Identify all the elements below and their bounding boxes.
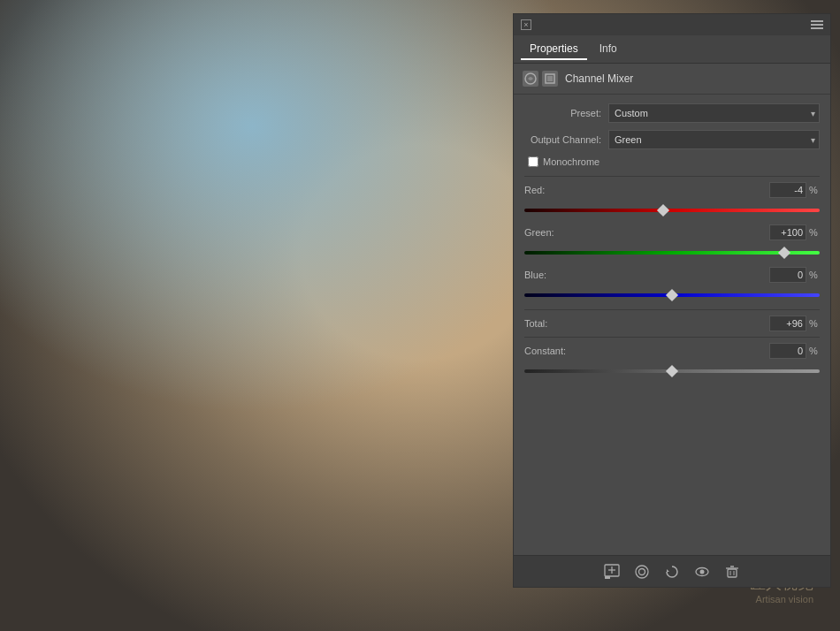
- svg-marker-12: [667, 569, 669, 572]
- footer-eye-icon[interactable]: [692, 562, 712, 582]
- monochrome-row: Monochrome: [524, 156, 820, 167]
- red-slider-section: Red: -4 %: [524, 182, 820, 219]
- green-slider-track[interactable]: [524, 251, 820, 255]
- footer-visibility-icon[interactable]: [632, 562, 652, 582]
- footer-delete-icon[interactable]: [722, 562, 742, 582]
- red-slider-track-container[interactable]: [524, 201, 820, 219]
- panel-content: Preset: Custom Output Channel: Green Mon…: [514, 95, 830, 555]
- blue-pct: %: [809, 270, 820, 280]
- red-pct: %: [809, 185, 820, 195]
- divider-1: [524, 176, 820, 177]
- svg-point-10: [636, 566, 648, 578]
- header-icons: [523, 71, 558, 87]
- red-value-area: -4 %: [769, 182, 820, 198]
- preset-select[interactable]: Custom: [608, 103, 820, 123]
- svg-rect-15: [728, 569, 737, 577]
- tab-info[interactable]: Info: [591, 39, 626, 60]
- total-pct: %: [809, 318, 820, 329]
- green-slider-track-container[interactable]: [524, 244, 820, 262]
- red-label: Red:: [524, 185, 573, 195]
- panel-title: Channel Mixer: [565, 72, 633, 85]
- adjustment-icon: [523, 71, 538, 87]
- green-value-box[interactable]: +100: [769, 224, 806, 240]
- red-slider-header: Red: -4 %: [524, 182, 820, 198]
- green-pct: %: [809, 227, 820, 238]
- preset-label: Preset:: [524, 108, 608, 118]
- blue-label: Blue:: [524, 270, 573, 280]
- footer-add-icon[interactable]: [602, 562, 622, 582]
- divider-3: [524, 337, 820, 338]
- layer-icon: [542, 71, 558, 87]
- output-channel-select[interactable]: Green: [608, 130, 820, 149]
- blue-slider-header: Blue: 0 %: [524, 267, 820, 283]
- properties-panel: × Properties Info: [513, 13, 831, 588]
- panel-header: Channel Mixer: [514, 64, 830, 95]
- green-slider-thumb[interactable]: [778, 247, 790, 259]
- output-channel-label: Output Channel:: [524, 134, 608, 145]
- watermark-english: Artisan vision: [750, 594, 813, 604]
- constant-label: Constant:: [524, 346, 573, 356]
- green-slider-section: Green: +100 %: [524, 224, 820, 262]
- output-channel-select-wrapper: Green: [608, 130, 820, 149]
- green-slider-header: Green: +100 %: [524, 224, 820, 240]
- blue-slider-track[interactable]: [524, 293, 820, 297]
- svg-rect-7: [605, 576, 610, 579]
- red-value-box[interactable]: -4: [769, 182, 806, 198]
- panel-close-button[interactable]: ×: [521, 19, 531, 30]
- preset-row: Preset: Custom: [524, 103, 820, 123]
- green-label: Green:: [524, 227, 573, 238]
- svg-point-14: [700, 569, 705, 574]
- red-slider-track[interactable]: [524, 209, 820, 212]
- constant-slider-header: Constant: 0 %: [524, 343, 820, 359]
- constant-pct: %: [809, 346, 820, 356]
- blue-slider-track-container[interactable]: [524, 286, 820, 304]
- tab-properties[interactable]: Properties: [521, 39, 587, 60]
- blue-slider-thumb[interactable]: [666, 289, 678, 301]
- blue-value-box[interactable]: 0: [769, 267, 806, 283]
- panel-menu-button[interactable]: [811, 20, 823, 29]
- constant-slider-track[interactable]: [524, 369, 820, 373]
- green-value-area: +100 %: [769, 224, 820, 240]
- svg-rect-5: [547, 76, 553, 81]
- panel-titlebar: ×: [514, 14, 830, 35]
- constant-slider-section: Constant: 0 %: [524, 343, 820, 380]
- preset-select-wrapper: Custom: [608, 103, 820, 123]
- total-value: +96: [769, 316, 806, 331]
- divider-2: [524, 309, 820, 310]
- panel-footer: [514, 555, 830, 587]
- constant-value-area: 0 %: [769, 343, 820, 359]
- constant-slider-thumb[interactable]: [666, 365, 678, 377]
- output-channel-row: Output Channel: Green: [524, 130, 820, 149]
- blue-slider-section: Blue: 0 %: [524, 267, 820, 304]
- constant-slider-track-container[interactable]: [524, 362, 820, 380]
- monochrome-label: Monochrome: [543, 156, 599, 167]
- red-slider-thumb[interactable]: [657, 204, 669, 217]
- panel-tabs: Properties Info: [514, 35, 830, 64]
- blue-value-area: 0 %: [769, 267, 820, 283]
- total-label: Total:: [524, 318, 573, 329]
- svg-point-11: [639, 568, 645, 574]
- total-row: Total: +96 %: [524, 316, 820, 331]
- constant-value-box[interactable]: 0: [769, 343, 806, 359]
- monochrome-checkbox[interactable]: [528, 156, 538, 167]
- footer-reset-icon[interactable]: [662, 562, 682, 582]
